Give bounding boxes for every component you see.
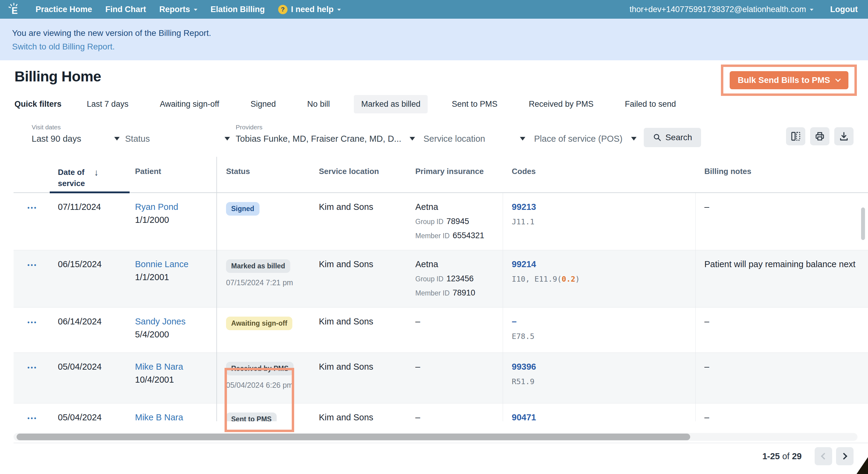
row-actions-menu[interactable]: ••• — [13, 319, 37, 326]
table-row: ••• 07/11/2024 Ryan Pond 1/1/2000 Signed… — [13, 193, 868, 250]
vertical-scrollbar[interactable] — [861, 207, 865, 240]
quick-filter-received-by-pms[interactable]: Received by PMS — [522, 95, 601, 113]
search-button[interactable]: Search — [644, 128, 701, 147]
help-icon: ? — [278, 5, 287, 14]
table-row: ••• 06/15/2024 Bonnie Lance 1/1/2001 Mar… — [13, 250, 868, 307]
insurance-group: Group ID123456 — [415, 273, 503, 284]
previous-page-button[interactable] — [815, 447, 832, 465]
patient-link[interactable]: Ryan Pond — [135, 202, 179, 212]
dropdown-caret-icon — [631, 137, 637, 141]
table-bottom-border — [13, 443, 868, 443]
date-of-service: 07/11/2024 — [58, 193, 135, 250]
patient-column-header[interactable]: Patient — [135, 157, 216, 192]
providers-filter[interactable]: Providers Tobias Funke, MD, Fraiser Cran… — [236, 124, 415, 144]
dropdown-caret-icon — [114, 137, 120, 141]
status-column-header[interactable]: Status — [216, 157, 319, 192]
diagnosis-codes: J11.1 — [512, 217, 695, 226]
logout-link[interactable]: Logout — [830, 5, 858, 14]
quick-filter-marked-as-billed[interactable]: Marked as billed — [354, 95, 428, 113]
date-of-service: 05/04/2024 — [58, 353, 135, 403]
status-filter[interactable]: Status — [125, 124, 230, 144]
status-placeholder: Status — [125, 134, 230, 144]
insurance-group: Group ID78945 — [415, 216, 503, 226]
service-location-filter[interactable]: Service location — [424, 124, 525, 144]
quick-filter-signed[interactable]: Signed — [243, 95, 283, 113]
top-nav: E Practice Home Find Chart Reports Elati… — [0, 0, 868, 19]
column-divider — [503, 193, 503, 421]
billing-code-link[interactable]: 99396 — [512, 362, 536, 372]
primary-insurance: – — [415, 307, 503, 353]
patient-link[interactable]: Bonnie Lance — [135, 259, 188, 269]
visit-dates-filter[interactable]: Visit dates Last 90 days — [32, 124, 120, 144]
row-actions-menu[interactable]: ••• — [13, 415, 37, 421]
billing-note: – — [695, 193, 868, 250]
sorted-column-indicator — [50, 191, 130, 193]
billing-home-page: E Practice Home Find Chart Reports Elati… — [0, 0, 868, 474]
quick-filter-awaiting-sign-off[interactable]: Awaiting sign-off — [153, 95, 226, 113]
patient-link[interactable]: Mike B Nara — [135, 362, 183, 372]
chevron-down-icon — [835, 76, 841, 82]
pagination: 1-25 of 29 — [762, 447, 854, 465]
primary-insurance: Aetna Group ID78945 Member ID6554321 — [415, 193, 503, 250]
billing-code-link[interactable]: 90471 — [512, 413, 536, 421]
download-button[interactable] — [834, 127, 854, 145]
nav-reports[interactable]: Reports — [159, 5, 197, 14]
row-actions-menu[interactable]: ••• — [13, 204, 37, 211]
billing-note: – — [695, 307, 868, 353]
quick-filter-last-7-days[interactable]: Last 7 days — [80, 95, 135, 113]
quick-filter-failed-to-send[interactable]: Failed to send — [618, 95, 683, 113]
table-row: ••• 06/14/2024 Sandy Jones 5/4/2000 Awai… — [13, 307, 868, 353]
service-location: Kim and Sons — [319, 250, 415, 307]
codes-column-header[interactable]: Codes — [503, 157, 695, 192]
version-banner: You are viewing the new version of the B… — [0, 19, 868, 60]
nav-elation-billing[interactable]: Elation Billing — [211, 5, 265, 14]
account-menu[interactable]: thor+dev+140775991738372@elationhealth.c… — [629, 5, 813, 14]
billing-code-link[interactable]: – — [512, 317, 517, 327]
row-actions-menu[interactable]: ••• — [13, 262, 37, 269]
next-page-button[interactable] — [836, 447, 854, 465]
date-of-service: 06/15/2024 — [58, 250, 135, 307]
table-header: Date of service ↓ Patient Status Service… — [13, 157, 868, 193]
switch-old-report-link[interactable]: Switch to old Billing Report. — [12, 42, 868, 52]
insurance-member: Member ID6554321 — [415, 230, 503, 240]
primary-insurance-column-header[interactable]: Primary insurance — [415, 157, 503, 192]
row-actions-menu[interactable]: ••• — [13, 364, 37, 371]
status-badge: Received by PMS — [226, 362, 293, 376]
chevron-left-icon — [821, 453, 828, 460]
billing-code-link[interactable]: 99213 — [512, 202, 536, 212]
pagination-range: 1-25 of 29 — [762, 451, 802, 461]
table-rows: ••• 07/11/2024 Ryan Pond 1/1/2000 Signed… — [13, 193, 868, 421]
nav-menu: Practice Home Find Chart Reports Elation… — [36, 5, 354, 14]
billing-code-link[interactable]: 99214 — [512, 259, 536, 269]
insurance-empty: – — [415, 362, 503, 372]
service-location-column-header[interactable]: Service location — [319, 157, 415, 192]
insurance-member: Member ID78910 — [415, 288, 503, 298]
service-location-placeholder: Service location — [424, 134, 525, 144]
insurance-empty: – — [415, 413, 503, 421]
patient-link[interactable]: Sandy Jones — [135, 317, 186, 327]
horizontal-scrollbar[interactable] — [17, 434, 690, 440]
service-location: Kim and Sons — [319, 193, 415, 250]
patient-dob: 10/4/2001 — [135, 375, 216, 385]
pinned-columns-divider — [216, 157, 217, 421]
service-location: Kim and Sons — [319, 307, 415, 353]
manage-columns-button[interactable] — [786, 127, 805, 145]
date-column-header[interactable]: Date of service ↓ — [58, 157, 135, 192]
svg-text:E: E — [11, 5, 18, 16]
elation-logo-icon[interactable]: E — [7, 2, 21, 17]
quick-filter-no-bill[interactable]: No bill — [300, 95, 337, 113]
bulk-send-bills-button[interactable]: Bulk Send Bills to PMS — [730, 71, 848, 89]
chevron-down-icon — [810, 9, 813, 11]
nav-practice-home[interactable]: Practice Home — [36, 5, 92, 14]
quick-filter-sent-to-pms[interactable]: Sent to PMS — [444, 95, 505, 113]
status-badge: Sent to PMS — [226, 413, 277, 421]
print-button[interactable] — [810, 127, 830, 145]
providers-value: Tobias Funke, MD, Fraiser Crane, MD, D..… — [236, 134, 415, 144]
nav-find-chart[interactable]: Find Chart — [105, 5, 146, 14]
billing-note: – — [695, 353, 868, 403]
pos-filter[interactable]: Place of service (POS) — [534, 124, 637, 144]
billing-notes-column-header[interactable]: Billing notes — [695, 157, 868, 192]
chevron-down-icon — [194, 9, 197, 11]
nav-help-menu[interactable]: ? I need help — [278, 5, 341, 14]
patient-link[interactable]: Mike B Nara — [135, 413, 183, 421]
